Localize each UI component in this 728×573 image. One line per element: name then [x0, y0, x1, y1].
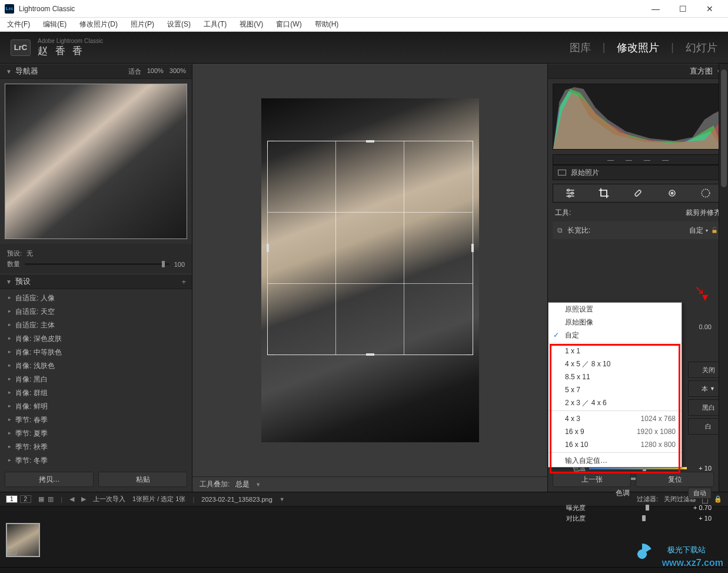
menu-item-custom[interactable]: ✓自定: [549, 329, 682, 342]
histogram-header[interactable]: 直方图 ▼: [548, 64, 728, 79]
crop-handle-left[interactable]: [267, 244, 269, 252]
dash: —: [626, 156, 632, 163]
previous-button[interactable]: 上一张: [553, 472, 631, 487]
preset-item[interactable]: 肖像: 中等肤色: [0, 346, 192, 359]
menu-item-ratio-px[interactable]: 4 x 31024 x 768: [549, 412, 682, 425]
window-title: Lightroom Classic: [19, 5, 75, 13]
tool-overlay-value[interactable]: 总是: [235, 479, 250, 489]
left-panel: ▼导航器 适合 100% 300% 预设:无 数量 100 ▼预设 +: [0, 64, 192, 492]
zoom-300[interactable]: 300%: [169, 67, 186, 76]
crop-badge-icon: [8, 549, 16, 555]
histogram[interactable]: [553, 84, 723, 150]
preset-item[interactable]: 肖像: 群组: [0, 386, 192, 400]
paste-button[interactable]: 粘贴: [98, 472, 187, 487]
preset-item[interactable]: 季节: 春季: [0, 413, 192, 427]
more-icon[interactable]: +: [181, 277, 186, 286]
menu-develop[interactable]: 修改照片(D): [77, 18, 120, 31]
presets-header[interactable]: ▼预设 +: [0, 274, 192, 289]
module-develop[interactable]: 修改照片: [617, 41, 659, 55]
menu-item-ratio-px[interactable]: 16 x 101280 x 800: [549, 438, 682, 451]
menu-item-original-settings[interactable]: 原照设置: [549, 303, 682, 316]
menu-item-ratio-px[interactable]: 16 x 91920 x 1080: [549, 425, 682, 438]
filmstrip-thumbnail[interactable]: [6, 523, 40, 557]
crop-handle-br[interactable]: [466, 348, 473, 355]
menu-photo[interactable]: 照片(P): [128, 18, 157, 31]
menu-view[interactable]: 视图(V): [237, 18, 265, 31]
preset-item[interactable]: 季节: 秋季: [0, 440, 192, 454]
grid-icon[interactable]: ▥: [48, 495, 54, 503]
arrow-right-icon[interactable]: ▶: [81, 495, 86, 503]
crop-handle-bl[interactable]: [267, 348, 274, 355]
preset-item[interactable]: 季节: 冬季: [0, 454, 192, 467]
menu-item-original-image[interactable]: 原始图像: [549, 316, 682, 329]
preset-item[interactable]: 季节: 夏季: [0, 427, 192, 440]
chevron-down-icon[interactable]: ▼: [255, 482, 261, 488]
navigator-header[interactable]: ▼导航器 适合 100% 300%: [0, 64, 192, 79]
filmstrip-scrollbar[interactable]: [0, 567, 728, 573]
preset-item[interactable]: 肖像: 浅肤色: [0, 359, 192, 373]
crop-icon: ⧉: [557, 226, 563, 234]
close-button[interactable]: ✕: [696, 0, 723, 18]
menu-help[interactable]: 帮助(H): [313, 18, 341, 31]
preset-item[interactable]: 肖像: 深色皮肤: [0, 332, 192, 346]
user-name: 赵 香 香: [38, 44, 103, 58]
navigator-preview[interactable]: [5, 84, 187, 239]
menu-file[interactable]: 文件(F): [5, 18, 32, 31]
mask-icon[interactable]: [697, 185, 714, 201]
module-library[interactable]: 图库: [570, 41, 591, 55]
copy-button[interactable]: 拷贝…: [5, 472, 94, 487]
monitor-2-button[interactable]: 2: [20, 495, 32, 503]
menu-tools[interactable]: 工具(T): [201, 18, 229, 31]
histogram-info-bar: — — — —: [553, 154, 723, 165]
crop-handle-tr[interactable]: [466, 141, 473, 148]
zoom-100[interactable]: 100%: [147, 67, 164, 76]
heal-icon[interactable]: [630, 185, 646, 201]
preset-item[interactable]: 自适应: 天空: [0, 305, 192, 319]
menu-window[interactable]: 窗口(W): [274, 18, 304, 31]
photo-canvas[interactable]: [261, 98, 479, 442]
dash: —: [644, 156, 650, 163]
grid-icon[interactable]: ▦: [38, 495, 44, 503]
preset-item[interactable]: 自适应: 主体: [0, 319, 192, 332]
amount-label: 数量: [7, 260, 20, 269]
crop-overlay[interactable]: [267, 141, 473, 355]
app-icon: Lrc: [5, 4, 14, 14]
svg-rect-10: [713, 230, 717, 233]
arrow-left-icon[interactable]: ◀: [69, 495, 74, 503]
menu-item-ratio[interactable]: 4 x 5 ／ 8 x 10: [549, 357, 682, 370]
breadcrumb-source[interactable]: 上一次导入: [93, 495, 125, 504]
crop-handle-bottom[interactable]: [366, 353, 374, 356]
menu-item-ratio[interactable]: 5 x 7: [549, 383, 682, 396]
lock-icon[interactable]: [710, 226, 719, 234]
reset-button[interactable]: 复位: [636, 472, 714, 487]
preset-item[interactable]: 肖像: 黑白: [0, 373, 192, 386]
original-photo-bar[interactable]: 原始照片: [553, 165, 723, 180]
menu-item-ratio[interactable]: 2 x 3 ／ 4 x 6: [549, 396, 682, 409]
aspect-ratio-dropdown[interactable]: 自定▾: [689, 226, 719, 236]
edit-sliders-icon[interactable]: [562, 185, 579, 201]
chevron-down-icon[interactable]: ▼: [280, 496, 285, 502]
chevron-down-icon: ▼: [6, 279, 12, 285]
maximize-button[interactable]: ☐: [669, 0, 696, 18]
annotation-arrow: ↘▾: [694, 283, 704, 297]
minimize-button[interactable]: —: [642, 0, 669, 18]
crop-handle-top[interactable]: [366, 140, 374, 143]
monitor-1-button[interactable]: 1: [6, 495, 18, 503]
amount-slider[interactable]: [25, 263, 169, 265]
menu-edit[interactable]: 编辑(E): [41, 18, 69, 31]
crop-icon[interactable]: [596, 185, 612, 201]
module-slideshow[interactable]: 幻灯片: [686, 41, 717, 55]
menubar: 文件(F) 编辑(E) 修改照片(D) 照片(P) 设置(S) 工具(T) 视图…: [0, 18, 728, 32]
menu-item-ratio[interactable]: 1 x 1: [549, 345, 682, 357]
preset-item[interactable]: 肖像: 鲜明: [0, 400, 192, 413]
preset-item[interactable]: 自适应: 人像: [0, 292, 192, 305]
menu-item-ratio[interactable]: 8.5 x 11: [549, 370, 682, 383]
tools-label: 工具:: [555, 208, 571, 218]
menu-item-enter-custom[interactable]: 输入自定值…: [549, 454, 682, 467]
menu-settings[interactable]: 设置(S): [165, 18, 193, 31]
crop-handle-right[interactable]: [471, 244, 474, 252]
zoom-fit[interactable]: 适合: [128, 67, 141, 76]
redeye-icon[interactable]: [664, 185, 680, 201]
crop-handle-tl[interactable]: [267, 141, 274, 148]
right-scrollbar[interactable]: [719, 64, 728, 492]
